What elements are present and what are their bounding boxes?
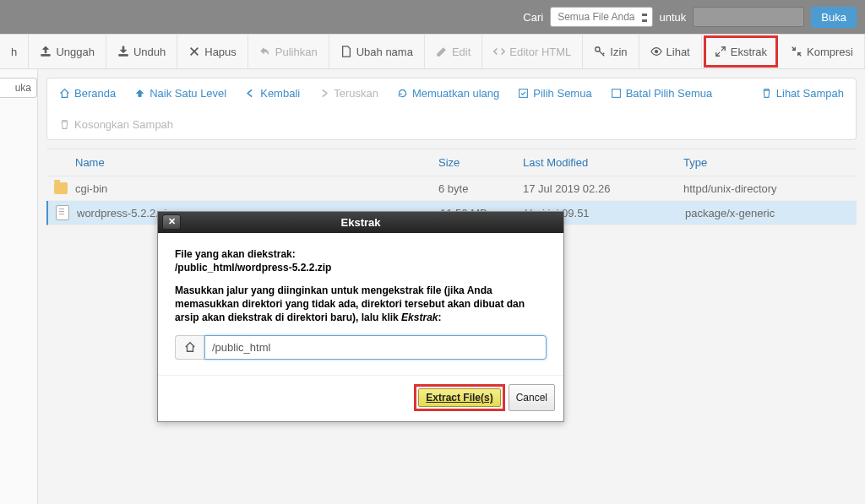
reload-icon (397, 88, 408, 99)
col-type-header[interactable]: Type (683, 156, 857, 169)
path-home-button[interactable] (175, 335, 204, 360)
delete-label: Hapus (204, 46, 237, 58)
up-one-level-link[interactable]: Naik Satu Level (134, 87, 226, 100)
upload-icon (40, 46, 52, 57)
undo-icon (259, 46, 271, 57)
forward-link[interactable]: Teruskan (318, 87, 378, 100)
view-label: Lihat (666, 46, 690, 58)
dialog-file-label: File yang akan diekstrak: (175, 248, 547, 260)
permissions-button[interactable]: Izin (583, 35, 639, 68)
extract-button[interactable]: Ekstrak (704, 35, 778, 68)
dialog-file-path: /public_html/wordpress-5.2.2.zip (175, 262, 547, 274)
arrow-left-icon (245, 88, 256, 99)
side-tab[interactable]: uka (0, 78, 37, 98)
main-toolbar: h Unggah Unduh Hapus Pulihkan Ubah nama … (0, 34, 865, 69)
search-scope-dropdown[interactable]: Semua File Anda (550, 7, 652, 27)
home-icon (184, 341, 196, 353)
view-trash-link[interactable]: Lihat Sampah (761, 87, 844, 100)
edit-label: Edit (452, 46, 471, 58)
col-modified-header[interactable]: Last Modified (523, 156, 683, 169)
extract-dialog: ✕ Ekstrak File yang akan diekstrak: /pub… (157, 211, 564, 422)
dialog-close-button[interactable]: ✕ (162, 214, 181, 230)
delete-button[interactable]: Hapus (177, 35, 248, 68)
rename-label: Ubah nama (356, 46, 413, 58)
extract-path-input[interactable] (204, 335, 547, 360)
reload-link[interactable]: Memuatkan ulang (397, 87, 499, 100)
cell-modified: 17 Jul 2019 02.26 (523, 182, 683, 195)
unselect-all-link[interactable]: Batal Pilih Semua (611, 87, 713, 100)
rename-button[interactable]: Ubah nama (329, 35, 425, 68)
folder-icon (54, 182, 68, 194)
compress-label: Kompresi (807, 46, 853, 58)
side-column: uka (0, 69, 38, 504)
extract-files-button[interactable]: Extract File(s) (418, 388, 500, 407)
trash-icon (761, 88, 772, 99)
arrow-right-icon (318, 88, 329, 99)
x-icon (188, 46, 200, 57)
search-input[interactable] (693, 7, 804, 27)
eye-icon (650, 46, 662, 57)
dialog-description: Masukkan jalur yang diinginkan untuk men… (175, 284, 547, 325)
dialog-title-bar: ✕ Ekstrak (158, 212, 563, 233)
col-name-header[interactable]: Name (46, 156, 438, 169)
cell-type: package/x-generic (685, 207, 857, 219)
upload-button[interactable]: Unggah (29, 35, 106, 68)
extract-files-label: Extract File(s) (426, 392, 492, 404)
home-icon (59, 88, 70, 99)
svg-point-1 (655, 50, 658, 53)
html-editor-label: Editor HTML (509, 46, 571, 58)
select-all-link[interactable]: Pilih Semua (518, 87, 591, 100)
restore-button[interactable]: Pulihkan (248, 35, 329, 68)
cancel-button[interactable]: Cancel (509, 384, 555, 411)
download-icon (117, 46, 129, 57)
pencil-icon (436, 46, 448, 57)
cell-size: 6 byte (438, 182, 523, 195)
restore-label: Pulihkan (275, 46, 318, 58)
key-icon (594, 46, 606, 57)
back-link[interactable]: Kembali (245, 87, 300, 100)
trash-icon (59, 119, 70, 130)
compress-icon (791, 46, 802, 57)
download-label: Unduh (133, 46, 166, 58)
dialog-title: Ekstrak (341, 216, 381, 229)
search-bar: Cari Semua File Anda untuk Buka (0, 0, 865, 34)
expand-icon (715, 46, 726, 57)
permissions-label: Izin (610, 46, 627, 58)
file-icon (56, 205, 69, 220)
svg-rect-3 (612, 89, 620, 98)
table-row[interactable]: cgi-bin 6 byte 17 Jul 2019 02.26 httpd/u… (46, 176, 857, 201)
nav-row: Beranda Naik Satu Level Kembali Teruskan… (46, 78, 857, 140)
empty-checkbox-icon (611, 88, 622, 99)
download-button[interactable]: Unduh (106, 35, 177, 68)
search-for-label: untuk (660, 11, 687, 24)
edit-button[interactable]: Edit (425, 35, 482, 68)
search-go-label: Buka (821, 11, 846, 24)
upload-label: Unggah (56, 46, 95, 58)
search-label: Cari (523, 11, 543, 24)
compress-button[interactable]: Kompresi (780, 35, 865, 68)
home-link[interactable]: Beranda (59, 87, 116, 100)
html-editor-button[interactable]: Editor HTML (482, 35, 583, 68)
search-scope-value: Semua File Anda (558, 11, 634, 23)
toolbar-partial: h (0, 35, 29, 68)
up-icon (134, 88, 145, 99)
view-button[interactable]: Lihat (639, 35, 702, 68)
code-icon (493, 46, 505, 57)
search-go-button[interactable]: Buka (811, 7, 857, 28)
empty-trash-link[interactable]: Kosongkan Sampah (59, 118, 173, 131)
file-icon (340, 46, 352, 57)
cell-name: cgi-bin (75, 182, 438, 195)
col-size-header[interactable]: Size (438, 156, 523, 169)
cell-type: httpd/unix-directory (683, 182, 857, 195)
cancel-label: Cancel (516, 392, 547, 404)
checkbox-icon (518, 88, 529, 99)
extract-label: Ekstrak (731, 46, 767, 58)
table-header: Name Size Last Modified Type (46, 149, 857, 176)
